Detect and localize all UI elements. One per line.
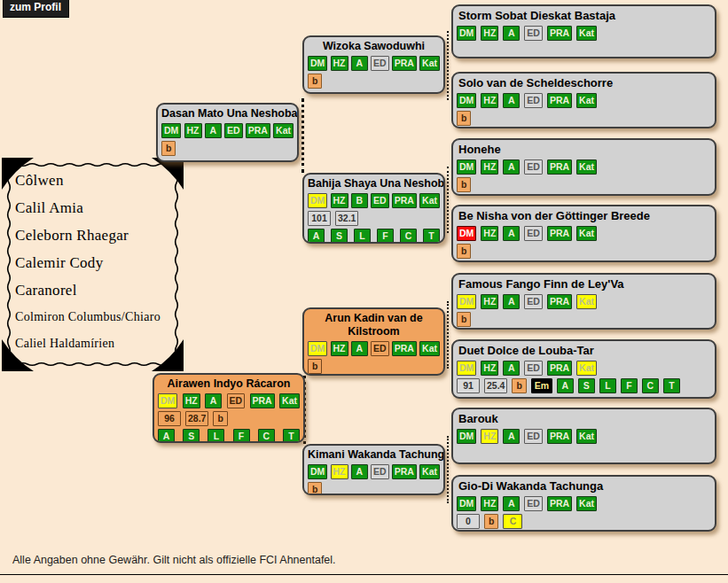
badge-hz: HZ [481, 93, 498, 108]
badge-hz: HZ [331, 464, 348, 479]
badge-kat: Kat [576, 26, 597, 41]
badge-b: b [308, 482, 322, 495]
badge-dm: DM [457, 26, 476, 41]
subject-frame: CôlwenCalil AmiaCeleborn RhaegarCalemir … [2, 158, 184, 371]
badge-row: DMHZAEDPRAKat [457, 159, 711, 175]
badge-row: DMHZAEDPRAKat [457, 93, 711, 108]
badge-b: b [457, 177, 471, 192]
pedigree-box-solo[interactable]: Solo van de ScheldeschorreDMHZAEDPRAKatb [451, 72, 716, 128]
badge-a: A [205, 123, 222, 138]
badge-a: A [557, 378, 574, 393]
subject-name: Caranorel [15, 276, 175, 304]
subject-name: Calil Amia [15, 194, 175, 222]
badge-dm: DM [457, 93, 476, 108]
dog-name: Famous Fango Finn de Ley'Va [457, 277, 711, 292]
badge-row: 0bC [457, 514, 711, 529]
badge-row: b [308, 359, 440, 374]
dog-name: Honehe [457, 143, 711, 157]
badge-f: F [621, 378, 638, 393]
badge-f: F [233, 429, 250, 443]
badge-dm: DM [158, 393, 177, 408]
badge-dm: DM [457, 496, 476, 511]
badge-row: DMHZAEDPRAKat [457, 226, 711, 241]
badge-row: b [457, 244, 711, 259]
badge-dm: DM [457, 429, 476, 444]
badge-hz: HZ [481, 226, 498, 241]
badge-a: A [351, 341, 368, 356]
pedigree-box-bahija[interactable]: Bahija Shaya Una NeshobaDMHZBEDPRAKat101… [302, 173, 445, 244]
badge-b: b [308, 74, 322, 89]
pedigree-box-dasan[interactable]: Dasan Mato Una NeshobaDMHZAEDPRAKatb [156, 103, 299, 162]
badge-c: C [503, 514, 522, 529]
divider [0, 574, 728, 575]
badge-c: C [258, 429, 275, 443]
pedigree-box-kimani[interactable]: Kimani Wakanda TachungaDMHZAEDPRAKatb [302, 444, 445, 495]
badge-s: S [578, 378, 595, 393]
badge-pra: PRA [246, 123, 270, 138]
pedigree-box-airawen[interactable]: Airawen Indyo RácaronDMHZAEDPRAKat9628.7… [153, 373, 305, 443]
badge-pra: PRA [547, 429, 572, 444]
badge-a: A [503, 294, 520, 309]
badge-0: 0 [457, 514, 480, 529]
subject-name: Caliel Haldamírien [15, 330, 175, 357]
badge-a: A [503, 429, 520, 444]
badge-ed: ED [524, 496, 543, 511]
badge-kat: Kat [576, 496, 597, 511]
badge-b: b [457, 244, 471, 259]
badge-254: 25.4 [484, 378, 507, 393]
pedigree-box-honehe[interactable]: HoneheDMHZAEDPRAKatb [451, 138, 716, 196]
badge-a: A [351, 464, 368, 479]
badge-a: A [503, 159, 520, 175]
badge-l: L [354, 229, 371, 244]
badge-dm: DM [457, 361, 476, 376]
pedigree-box-giodi[interactable]: Gio-Di Wakanda TachungaDMHZAEDPRAKat0bC [451, 475, 716, 532]
badge-96: 96 [158, 411, 181, 426]
badge-t: T [423, 229, 440, 244]
badge-ed: ED [224, 123, 243, 138]
connector-line [301, 98, 304, 173]
profile-button[interactable]: zum Profil [3, 0, 69, 18]
badge-hz: HZ [184, 123, 202, 138]
subject-name: Celeborn Rhaegar [15, 222, 175, 249]
subject-name: Côlwen [15, 167, 175, 194]
badge-pra: PRA [392, 56, 417, 71]
badge-em: Em [531, 378, 552, 393]
dog-name: Kimani Wakanda Tachunga [308, 448, 440, 462]
connector-line [447, 31, 449, 100]
badge-kat: Kat [576, 294, 597, 309]
pedigree-box-benisha[interactable]: Be Nisha von der Göttinger BreedeDMHZAED… [451, 205, 716, 262]
badge-l: L [599, 378, 616, 393]
badge-kat: Kat [576, 226, 597, 241]
badge-dm: DM [308, 56, 327, 71]
badge-kat: Kat [576, 159, 597, 175]
badge-a: A [308, 229, 325, 244]
badge-b: b [484, 514, 498, 529]
badge-row: b [457, 312, 711, 327]
dog-name: Dasan Mato Una Neshoba [161, 107, 294, 120]
pedigree-box-arun[interactable]: Arun Kadin van de KilstroomDMHZAEDPRAKat… [302, 307, 445, 376]
disclaimer-text: Alle Angaben ohne Gewähr. Gilt nicht als… [12, 554, 336, 566]
pedigree-box-duet[interactable]: Duet Dolce de Louba-TarDMHZAEDPRAKat9125… [451, 339, 716, 399]
badge-dm: DM [161, 123, 181, 138]
badge-pra: PRA [547, 159, 572, 175]
badge-kat: Kat [419, 56, 440, 71]
badge-a: A [158, 429, 175, 443]
badge-row: ASLFCT [158, 429, 300, 443]
dog-name: Wizoka Sawoduwhi [308, 40, 440, 53]
badge-row: DMHZAEDPRAKat [457, 361, 711, 376]
badge-row: DMHZAEDPRAKat [457, 496, 711, 511]
badge-kat: Kat [576, 429, 597, 444]
badge-kat: Kat [419, 464, 440, 479]
pedigree-box-famous[interactable]: Famous Fango Finn de Ley'VaDMHZAEDPRAKat… [451, 273, 716, 330]
pedigree-box-wizoka[interactable]: Wizoka SawoduwhiDMHZAEDPRAKatb [302, 35, 445, 94]
badge-ed: ED [524, 93, 543, 108]
connector-line [447, 301, 449, 369]
badge-pra: PRA [250, 393, 275, 408]
subject-name-list: CôlwenCalil AmiaCeleborn RhaegarCalemir … [15, 167, 175, 357]
pedigree-box-storm[interactable]: Storm Sobat Dieskat BastajaDMHZAEDPRAKat [451, 4, 716, 58]
badge-ed: ED [524, 294, 543, 309]
badge-row: DMHZAEDPRAKat [308, 341, 440, 356]
pedigree-box-barouk[interactable]: BaroukDMHZAEDPRAKat [451, 408, 716, 464]
badge-row: DMHZAEDPRAKat [457, 429, 711, 444]
badge-ed: ED [524, 159, 543, 175]
